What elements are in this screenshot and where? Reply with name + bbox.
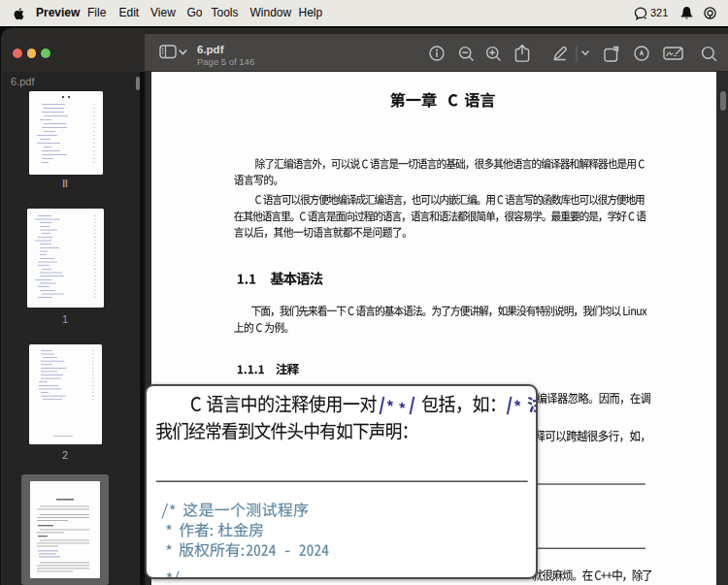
svg-text:6.pdf: 6.pdf bbox=[11, 76, 35, 87]
